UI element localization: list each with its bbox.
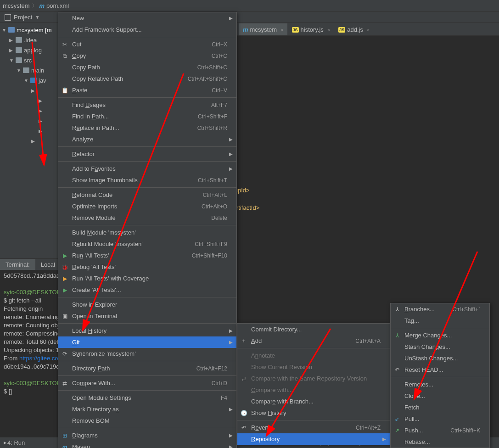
project-icon xyxy=(5,14,11,21)
menu-find-in-path[interactable]: Find in Path...Ctrl+Shift+F xyxy=(58,111,236,122)
menu-remove-module[interactable]: Remove ModuleDelete xyxy=(58,212,236,224)
coverage-icon: ▶ xyxy=(61,275,68,282)
tree-sub2[interactable]: ▶ xyxy=(0,95,58,106)
menu-directory-path[interactable]: Directory PathCtrl+Alt+F12 xyxy=(58,363,236,374)
repo-stash[interactable]: Stash Changes... xyxy=(391,341,489,353)
menu-local-history[interactable]: Local History▶ xyxy=(58,325,236,336)
menu-diagrams[interactable]: ⊞Diagrams▶ xyxy=(58,430,236,441)
revert-icon: ↶ xyxy=(240,424,247,431)
menu-analyze[interactable]: Analyze▶ xyxy=(58,134,236,145)
menu-cut[interactable]: ✂CutCtrl+X xyxy=(58,39,236,50)
git-annotate[interactable]: Annotate xyxy=(237,350,390,361)
menu-refactor[interactable]: Refactor▶ xyxy=(58,148,236,160)
breadcrumb-file[interactable]: pom.xml xyxy=(46,2,69,9)
git-commit[interactable]: Commit Directory... xyxy=(237,324,390,335)
context-menu-main: New▶ Add Framework Support... ✂CutCtrl+X… xyxy=(58,12,237,448)
menu-remove-bom[interactable]: Remove BOM xyxy=(58,415,236,426)
menu-copy-path[interactable]: Copy PathCtrl+Shift+C xyxy=(58,62,236,73)
tree-root[interactable]: ▼mcsystem [m xyxy=(0,25,58,35)
menu-show-explorer[interactable]: Show in Explorer xyxy=(58,299,236,310)
menu-run-tests[interactable]: ▶Run 'All Tests'Ctrl+Shift+F10 xyxy=(58,250,236,261)
menu-create-tests[interactable]: ▶Create 'All Tests'... xyxy=(58,284,236,296)
tree-main[interactable]: ▼main xyxy=(0,65,58,75)
menu-mark-directory[interactable]: Mark Directory as▶ xyxy=(58,403,236,415)
tree-sub3[interactable]: ▶ xyxy=(0,106,58,116)
git-revert[interactable]: ↶Revert...Ctrl+Alt+Z xyxy=(237,422,390,433)
repo-rebase[interactable]: Rebase... xyxy=(391,436,489,448)
tab-history[interactable]: JShistory.js× xyxy=(288,23,334,35)
tree-sub5[interactable]: ▶ xyxy=(0,126,58,136)
debug-icon: 🐞 xyxy=(61,263,68,271)
run-tool[interactable]: ▶4: Run xyxy=(4,439,25,446)
menu-replace-in-path[interactable]: Replace in Path...Ctrl+Shift+R xyxy=(58,122,236,134)
menu-git[interactable]: Git▶ xyxy=(58,336,236,348)
menu-open-terminal[interactable]: ▣Open in Terminal xyxy=(58,310,236,322)
menu-paste[interactable]: 📋PasteCtrl+V xyxy=(58,84,236,96)
close-icon[interactable]: × xyxy=(367,27,370,33)
repo-clone[interactable]: Clone... xyxy=(391,390,489,402)
copy-icon: ⧉ xyxy=(61,52,68,60)
git-show-history[interactable]: 🕓Show History xyxy=(237,407,390,419)
menu-debug-tests[interactable]: 🐞Debug 'All Tests' xyxy=(58,261,236,273)
menu-build-module[interactable]: Build Module 'mssysten' xyxy=(58,227,236,238)
menu-find-usages[interactable]: Find UsagesAlt+F7 xyxy=(58,99,236,111)
repo-pull[interactable]: ↙Pull... xyxy=(391,413,489,425)
menu-reformat[interactable]: Reformat CodeCtrl+Alt+L xyxy=(58,189,236,201)
menu-thumbnails[interactable]: Show Image ThumbnailsCtrl+Shift+T xyxy=(58,174,236,186)
chevron-down-icon: ▼ xyxy=(35,15,39,20)
git-repository[interactable]: Repository▶ xyxy=(237,433,390,445)
paste-icon: 📋 xyxy=(61,87,68,94)
close-icon[interactable]: × xyxy=(280,27,283,33)
breadcrumb-separator: 〉 xyxy=(32,2,38,10)
tree-sub4[interactable]: ▶ xyxy=(0,116,58,126)
terminal-tab-local[interactable]: Local xyxy=(35,259,61,270)
repo-remotes[interactable]: Remotes... xyxy=(391,379,489,390)
menu-copy[interactable]: ⧉CopyCtrl+C xyxy=(58,50,236,62)
tree-java[interactable]: ▼jav xyxy=(0,75,58,85)
repo-push[interactable]: ↗Push...Ctrl+Shift+K xyxy=(391,425,489,436)
merge-icon: ⅄ xyxy=(393,332,401,339)
menu-open-module-settings[interactable]: Open Module SettingsF4 xyxy=(58,392,236,403)
close-icon[interactable]: × xyxy=(327,27,330,33)
menu-synchronize[interactable]: ⟳Synchronize 'mcsystem' xyxy=(58,348,236,359)
git-show-revision[interactable]: Show Current Revision xyxy=(237,361,390,373)
repo-branches[interactable]: ⅄Branches...Ctrl+Shift+` xyxy=(391,303,489,315)
diff-icon: ⇄ xyxy=(61,380,68,387)
menu-run-coverage[interactable]: ▶Run 'All Tests' with Coverage xyxy=(58,273,236,284)
context-menu-repository: ⅄Branches...Ctrl+Shift+` Tag... ⅄Merge C… xyxy=(390,303,490,448)
sync-icon: ⟳ xyxy=(61,350,68,358)
menu-new[interactable]: New▶ xyxy=(58,12,236,24)
tab-pom[interactable]: mmcsystem× xyxy=(239,23,287,35)
tab-add[interactable]: JSadd.js× xyxy=(335,23,373,35)
menu-compare[interactable]: ⇄Compare With...Ctrl+D xyxy=(58,377,236,389)
breadcrumb-root[interactable]: mcsystem xyxy=(3,2,30,9)
menu-optimize-imports[interactable]: Optimize ImportsCtrl+Alt+O xyxy=(58,201,236,212)
terminal-link[interactable]: https://gitee.com xyxy=(19,355,63,362)
git-compare-same[interactable]: ⇄Compare with the Same Repository Versio… xyxy=(237,373,390,384)
tree-sub1[interactable]: ▶ xyxy=(0,85,58,95)
pull-icon: ↙ xyxy=(393,415,401,423)
tree-idea[interactable]: ▶.idea xyxy=(0,35,58,45)
tree-sub6[interactable]: ▶ xyxy=(0,136,58,146)
git-compare-branch[interactable]: Compare with Branch... xyxy=(237,396,390,407)
repo-tag[interactable]: Tag... xyxy=(391,315,489,326)
menu-add-framework[interactable]: Add Framework Support... xyxy=(58,24,236,35)
run-icon: ▶ xyxy=(61,252,68,259)
repo-merge[interactable]: ⅄Merge Changes... xyxy=(391,330,489,341)
menu-rebuild-module[interactable]: Rebuild Module 'mssysten'Ctrl+Shift+F9 xyxy=(58,238,236,250)
repo-reset[interactable]: ↶Reset HEAD... xyxy=(391,364,489,375)
repo-unstash[interactable]: UnStash Changes... xyxy=(391,353,489,364)
git-add[interactable]: ＋AddCtrl+Alt+A xyxy=(237,335,390,347)
menu-add-favorites[interactable]: Add to Favorites▶ xyxy=(58,163,236,174)
git-compare-with[interactable]: Compare with... xyxy=(237,384,390,396)
tree-applog[interactable]: ▶applog xyxy=(0,45,58,55)
terminal-tab[interactable]: Terminal: xyxy=(0,259,35,270)
cut-icon: ✂ xyxy=(61,41,68,48)
context-menu-git: Commit Directory... ＋AddCtrl+Alt+A Annot… xyxy=(237,323,390,445)
breadcrumb-bar: mcsystem 〉 m pom.xml xyxy=(0,0,499,12)
tree-src[interactable]: ▼src xyxy=(0,55,58,65)
maven-icon: m xyxy=(39,2,45,9)
repo-fetch[interactable]: Fetch xyxy=(391,402,489,413)
menu-maven[interactable]: mMaven▶ xyxy=(58,441,236,448)
menu-copy-relative[interactable]: Copy Relative PathCtrl+Alt+Shift+C xyxy=(58,73,236,84)
